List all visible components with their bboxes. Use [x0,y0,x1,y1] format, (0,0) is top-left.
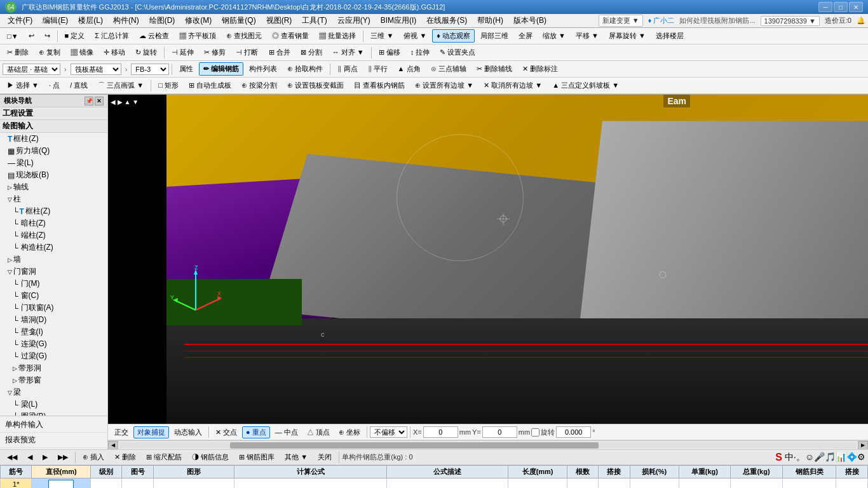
tb-new[interactable]: □▼ [3,30,23,42]
rotate-input[interactable] [556,426,591,438]
sidebar-item-project-setup[interactable]: 工程设置 [0,107,107,120]
td-diameter[interactable] [32,478,90,489]
diameter-input[interactable] [48,480,74,488]
tb-parallel[interactable]: ∥ 平行 [363,62,392,76]
scroll-track[interactable] [119,442,857,449]
tb-set-section[interactable]: ⊕ 设置筏板变截面 [283,79,348,92]
sidebar-item-door-window[interactable]: ▽ 门窗洞 [0,266,107,278]
snap-intersection[interactable]: ✕ 交点 [212,426,241,438]
snap-dynamic-input[interactable]: 动态输入 [170,426,206,438]
tb-local-3d[interactable]: 局部三维 [476,29,513,43]
tb-properties[interactable]: 属性 [175,62,198,76]
y-input[interactable] [482,426,517,438]
menu-rebar[interactable]: 钢筋量(Q) [217,14,261,27]
tb-component-list[interactable]: 构件列表 [245,62,281,76]
tb-grip[interactable]: ✎ 设置夹点 [435,46,480,59]
sidebar-item-strip-window[interactable]: ▷ 带形窗 [0,374,107,386]
wall-toggle[interactable]: ▷ [8,257,12,263]
sidebar-item-over-beam[interactable]: └ 过梁(G) [0,350,107,362]
rebar-nav-first[interactable]: ◀◀ [3,451,22,463]
tb-align[interactable]: ↔ 对齐 ▼ [328,46,369,59]
rebar-other[interactable]: 其他 ▼ [280,451,312,464]
snap-vertex[interactable]: △ 顶点 [303,426,334,438]
tb-mirror[interactable]: ▦ 镜像 [66,46,98,59]
snap-midpoint[interactable]: — 中点 [271,426,302,438]
guangxiao-er[interactable]: ♦ 广小二 [648,16,675,25]
sidebar-item-col-group[interactable]: ▽ 柱 [0,193,107,205]
sidebar-item-cast-slab[interactable]: ▤ 现浇板(B) [0,169,107,181]
layer-select[interactable]: 基础层 · 基础 [3,64,60,75]
tb-arc[interactable]: ⌒ 三点画弧 ▼ [93,79,148,92]
rebar-table-container[interactable]: 筋号 直径(mm) 级别 图号 图形 计算公式 公式描述 长度(mm) 根数 搭… [0,465,868,488]
tb-copy[interactable]: ⊕ 复制 [34,46,65,59]
phone-number[interactable]: 13907298339 ▼ [761,16,820,26]
tb-3d[interactable]: 三维 ▼ [366,29,398,43]
tb-rotate[interactable]: ↻ 旋转 [131,46,161,59]
tb-calc[interactable]: Σ 汇总计算 [90,29,133,43]
sidebar-item-lintel[interactable]: └ 连梁(G) [0,338,107,350]
tb-delete[interactable]: ✂ 删除 [3,46,33,59]
sidebar-pin[interactable]: 📌 [85,97,93,105]
sidebar-item-strip-hole[interactable]: ▷ 带形洞 [0,362,107,374]
beam-group-toggle[interactable]: ▽ [8,390,12,396]
cad-scene[interactable]: Z X Y [108,95,868,424]
menu-modify[interactable]: 修改(M) [180,14,217,27]
strip-window-toggle[interactable]: ▷ [13,377,17,384]
tb-screen-rotate[interactable]: 屏幕旋转 ▼ [604,29,650,43]
rebar-nav-last[interactable]: ▶▶ [53,451,72,463]
maximize-button[interactable]: □ [834,2,848,12]
sidebar-item-window[interactable]: └ 窗(C) [0,290,107,302]
tb-cancel-slope[interactable]: ✕ 取消所有边坡 ▼ [479,79,546,92]
tb-trim[interactable]: ✂ 修剪 [200,46,230,59]
strip-hole-toggle[interactable]: ▷ [13,365,17,372]
tb-select[interactable]: ▶ 选择 ▼ [3,79,43,92]
tb-two-point[interactable]: ‖ 两点 [333,62,362,76]
sidebar-item-draw-input[interactable]: 绘图输入 [0,120,107,133]
sidebar-item-wall-hole[interactable]: └ 墙洞(D) [0,314,107,326]
tb-redo[interactable]: ↪ [40,30,55,42]
tb-split[interactable]: ⊠ 分割 [296,46,327,59]
table-row[interactable]: 1* [1,478,868,489]
tb-stretch[interactable]: ↕ 拉伸 [406,46,435,59]
sidebar-item-single-input[interactable]: 单构件输入 [0,417,107,433]
tb-zoom[interactable]: 缩放 ▼ [538,29,570,43]
sidebar-item-beam-group[interactable]: ▽ 梁 [0,386,107,398]
tb-set-slope[interactable]: ⊕ 设置所有边坡 ▼ [410,79,478,92]
tb-find[interactable]: ⊕ 查找图元 [222,29,266,43]
tb-three-point[interactable]: ⊙ 三点辅轴 [426,62,471,76]
menu-file[interactable]: 文件(F) [3,14,37,27]
sidebar-item-struct-col[interactable]: └ 构造柱(Z) [0,241,107,254]
rebar-info[interactable]: ◑ 钢筋信息 [187,451,233,464]
tb-view-top[interactable]: 俯视 ▼ [399,29,431,43]
sidebar-item-shear-wall[interactable]: ▦ 剪力墙(Q) [0,145,107,157]
menu-draw[interactable]: 绘图(D) [144,14,180,27]
tb-undo[interactable]: ↩ [24,30,39,42]
tb-select-floor[interactable]: 选择楼层 [651,29,688,43]
sidebar-close[interactable]: ✕ [95,97,104,105]
menu-component[interactable]: 构件(N) [108,14,144,27]
tb-cloud-check[interactable]: ☁ 云检查 [135,29,173,43]
sidebar-item-beam2[interactable]: └ 梁(L) [0,398,107,410]
scroll-left[interactable]: ◀ [108,441,118,450]
rebar-close[interactable]: 关闭 [313,451,336,464]
scroll-thumb[interactable] [230,442,599,449]
tb-point-draw[interactable]: · 点 [44,79,64,92]
tb-fullscreen[interactable]: 全屏 [514,29,537,43]
tb-point-angle[interactable]: ▲ 点角 [393,62,425,76]
snap-midpoint2[interactable]: ● 重点 [242,426,270,438]
menu-help[interactable]: 帮助(H) [472,14,508,27]
rotate-checkbox[interactable] [531,428,539,437]
tb-define-slope[interactable]: ▲ 三点定义斜坡板 ▼ [548,79,623,92]
rebar-delete[interactable]: ✕ 删除 [110,451,140,464]
sidebar-item-axis[interactable]: ▷ 轴线 [0,181,107,193]
tb-define[interactable]: ■ 定义 [60,29,90,43]
snap-coord[interactable]: ⊕ 坐标 [335,426,364,438]
component-select[interactable]: FB-3 [131,64,169,75]
snap-orthogonal[interactable]: 正交 [111,426,132,438]
tb-align-top[interactable]: ▦ 齐平板顶 [175,29,220,43]
tb-del-mark[interactable]: ✕ 删除标注 [518,62,562,76]
notification-icon[interactable]: 🔔 [857,17,865,25]
tb-del-aux-line[interactable]: ✂ 删除辅线 [472,62,517,76]
sidebar-item-frame-col2[interactable]: └ T 框柱(Z) [0,205,107,217]
rebar-nav-next[interactable]: ▶ [38,451,52,463]
